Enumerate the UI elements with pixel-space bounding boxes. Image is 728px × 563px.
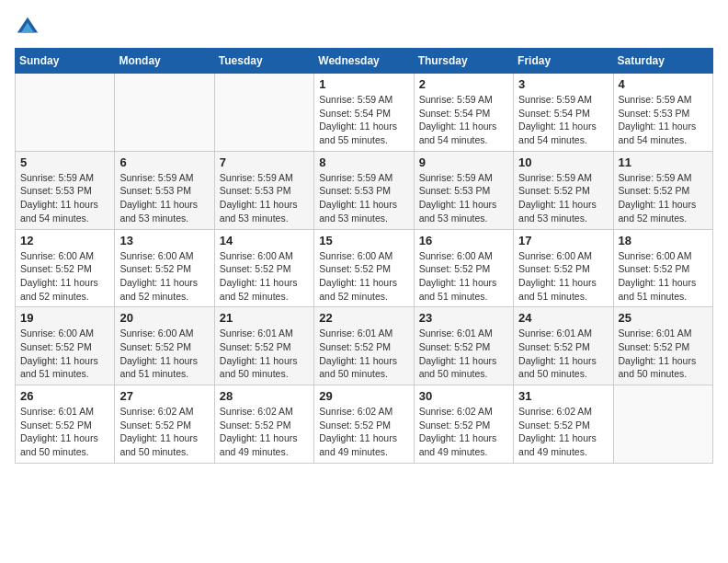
day-number: 30 xyxy=(419,389,508,403)
day-number: 14 xyxy=(220,234,309,247)
day-number: 19 xyxy=(20,311,109,325)
calendar-cell: 31Sunrise: 6:02 AM Sunset: 5:52 PM Dayli… xyxy=(514,385,613,464)
calendar-cell: 29Sunrise: 6:02 AM Sunset: 5:52 PM Dayli… xyxy=(314,385,414,464)
day-number: 22 xyxy=(319,311,408,325)
day-number: 31 xyxy=(518,389,608,403)
weekday-header-monday: Monday xyxy=(115,49,214,74)
day-number: 9 xyxy=(419,155,508,169)
day-number: 16 xyxy=(419,234,508,247)
calendar-cell: 25Sunrise: 6:01 AM Sunset: 5:52 PM Dayli… xyxy=(613,307,712,385)
calendar: SundayMondayTuesdayWednesdayThursdayFrid… xyxy=(15,48,713,464)
calendar-cell: 13Sunrise: 6:00 AM Sunset: 5:52 PM Dayli… xyxy=(115,229,214,307)
day-info: Sunrise: 6:00 AM Sunset: 5:52 PM Dayligh… xyxy=(220,249,309,304)
calendar-cell: 18Sunrise: 6:00 AM Sunset: 5:52 PM Dayli… xyxy=(613,229,712,307)
calendar-cell: 23Sunrise: 6:01 AM Sunset: 5:52 PM Dayli… xyxy=(414,307,513,385)
day-info: Sunrise: 6:01 AM Sunset: 5:52 PM Dayligh… xyxy=(319,327,408,381)
calendar-cell: 24Sunrise: 6:01 AM Sunset: 5:52 PM Dayli… xyxy=(514,307,613,385)
calendar-week-row: 26Sunrise: 6:01 AM Sunset: 5:52 PM Dayli… xyxy=(16,385,713,464)
day-info: Sunrise: 5:59 AM Sunset: 5:53 PM Dayligh… xyxy=(119,171,209,225)
weekday-header-row: SundayMondayTuesdayWednesdayThursdayFrid… xyxy=(16,49,713,74)
logo xyxy=(15,15,44,40)
calendar-week-row: 12Sunrise: 6:00 AM Sunset: 5:52 PM Dayli… xyxy=(16,229,713,307)
day-number: 21 xyxy=(220,311,309,325)
logo-icon xyxy=(15,15,40,40)
calendar-cell: 11Sunrise: 5:59 AM Sunset: 5:52 PM Dayli… xyxy=(613,151,712,229)
calendar-cell: 10Sunrise: 5:59 AM Sunset: 5:52 PM Dayli… xyxy=(514,151,613,229)
calendar-cell: 28Sunrise: 6:02 AM Sunset: 5:52 PM Dayli… xyxy=(214,385,313,464)
day-number: 3 xyxy=(518,77,608,91)
day-number: 8 xyxy=(319,155,408,169)
day-info: Sunrise: 6:02 AM Sunset: 5:52 PM Dayligh… xyxy=(119,405,209,459)
day-info: Sunrise: 6:02 AM Sunset: 5:52 PM Dayligh… xyxy=(220,405,309,459)
day-info: Sunrise: 5:59 AM Sunset: 5:52 PM Dayligh… xyxy=(518,171,608,225)
day-number: 28 xyxy=(220,389,309,403)
day-info: Sunrise: 5:59 AM Sunset: 5:54 PM Dayligh… xyxy=(518,93,608,147)
weekday-header-sunday: Sunday xyxy=(16,49,115,74)
weekday-header-friday: Friday xyxy=(514,49,613,74)
day-number: 2 xyxy=(419,77,508,91)
calendar-cell: 12Sunrise: 6:00 AM Sunset: 5:52 PM Dayli… xyxy=(16,229,115,307)
day-number: 20 xyxy=(119,311,209,325)
day-info: Sunrise: 6:00 AM Sunset: 5:52 PM Dayligh… xyxy=(619,249,708,304)
calendar-week-row: 19Sunrise: 6:00 AM Sunset: 5:52 PM Dayli… xyxy=(16,307,713,385)
day-number: 5 xyxy=(20,155,109,169)
day-info: Sunrise: 5:59 AM Sunset: 5:54 PM Dayligh… xyxy=(419,93,508,147)
calendar-cell: 3Sunrise: 5:59 AM Sunset: 5:54 PM Daylig… xyxy=(514,74,613,152)
day-info: Sunrise: 5:59 AM Sunset: 5:53 PM Dayligh… xyxy=(220,171,309,225)
calendar-cell xyxy=(613,385,712,464)
day-info: Sunrise: 6:02 AM Sunset: 5:52 PM Dayligh… xyxy=(319,405,408,459)
calendar-cell: 6Sunrise: 5:59 AM Sunset: 5:53 PM Daylig… xyxy=(115,151,214,229)
day-info: Sunrise: 6:00 AM Sunset: 5:52 PM Dayligh… xyxy=(419,249,508,304)
day-number: 23 xyxy=(419,311,508,325)
day-info: Sunrise: 5:59 AM Sunset: 5:53 PM Dayligh… xyxy=(619,93,708,147)
day-info: Sunrise: 6:01 AM Sunset: 5:52 PM Dayligh… xyxy=(220,327,309,381)
weekday-header-tuesday: Tuesday xyxy=(214,49,313,74)
weekday-header-wednesday: Wednesday xyxy=(314,49,414,74)
day-number: 25 xyxy=(619,311,708,325)
day-number: 4 xyxy=(619,77,708,91)
calendar-cell: 27Sunrise: 6:02 AM Sunset: 5:52 PM Dayli… xyxy=(115,385,214,464)
calendar-cell: 15Sunrise: 6:00 AM Sunset: 5:52 PM Dayli… xyxy=(314,229,414,307)
day-number: 26 xyxy=(20,389,109,403)
day-info: Sunrise: 6:00 AM Sunset: 5:52 PM Dayligh… xyxy=(119,249,209,304)
calendar-cell: 2Sunrise: 5:59 AM Sunset: 5:54 PM Daylig… xyxy=(414,74,513,152)
calendar-cell xyxy=(214,74,313,152)
calendar-cell xyxy=(115,74,214,152)
day-info: Sunrise: 6:02 AM Sunset: 5:52 PM Dayligh… xyxy=(518,405,608,459)
calendar-cell: 21Sunrise: 6:01 AM Sunset: 5:52 PM Dayli… xyxy=(214,307,313,385)
calendar-cell: 22Sunrise: 6:01 AM Sunset: 5:52 PM Dayli… xyxy=(314,307,414,385)
calendar-cell: 1Sunrise: 5:59 AM Sunset: 5:54 PM Daylig… xyxy=(314,74,414,152)
day-info: Sunrise: 6:01 AM Sunset: 5:52 PM Dayligh… xyxy=(419,327,508,381)
page-header xyxy=(15,15,713,40)
day-number: 1 xyxy=(319,77,408,91)
day-info: Sunrise: 6:01 AM Sunset: 5:52 PM Dayligh… xyxy=(20,405,109,459)
calendar-cell: 17Sunrise: 6:00 AM Sunset: 5:52 PM Dayli… xyxy=(514,229,613,307)
weekday-header-saturday: Saturday xyxy=(613,49,712,74)
day-info: Sunrise: 6:00 AM Sunset: 5:52 PM Dayligh… xyxy=(119,327,209,381)
calendar-week-row: 5Sunrise: 5:59 AM Sunset: 5:53 PM Daylig… xyxy=(16,151,713,229)
calendar-cell: 5Sunrise: 5:59 AM Sunset: 5:53 PM Daylig… xyxy=(16,151,115,229)
day-info: Sunrise: 5:59 AM Sunset: 5:52 PM Dayligh… xyxy=(619,171,708,225)
calendar-cell: 4Sunrise: 5:59 AM Sunset: 5:53 PM Daylig… xyxy=(613,74,712,152)
day-info: Sunrise: 5:59 AM Sunset: 5:53 PM Dayligh… xyxy=(319,171,408,225)
calendar-cell xyxy=(16,74,115,152)
day-number: 17 xyxy=(518,234,608,247)
day-info: Sunrise: 5:59 AM Sunset: 5:54 PM Dayligh… xyxy=(319,93,408,147)
day-number: 13 xyxy=(119,234,209,247)
calendar-week-row: 1Sunrise: 5:59 AM Sunset: 5:54 PM Daylig… xyxy=(16,74,713,152)
day-number: 15 xyxy=(319,234,408,247)
day-info: Sunrise: 6:00 AM Sunset: 5:52 PM Dayligh… xyxy=(319,249,408,304)
calendar-cell: 20Sunrise: 6:00 AM Sunset: 5:52 PM Dayli… xyxy=(115,307,214,385)
day-info: Sunrise: 6:01 AM Sunset: 5:52 PM Dayligh… xyxy=(518,327,608,381)
day-number: 29 xyxy=(319,389,408,403)
calendar-cell: 16Sunrise: 6:00 AM Sunset: 5:52 PM Dayli… xyxy=(414,229,513,307)
day-number: 11 xyxy=(619,155,708,169)
day-info: Sunrise: 6:00 AM Sunset: 5:52 PM Dayligh… xyxy=(20,327,109,381)
calendar-cell: 14Sunrise: 6:00 AM Sunset: 5:52 PM Dayli… xyxy=(214,229,313,307)
day-info: Sunrise: 6:00 AM Sunset: 5:52 PM Dayligh… xyxy=(518,249,608,304)
day-number: 24 xyxy=(518,311,608,325)
day-info: Sunrise: 5:59 AM Sunset: 5:53 PM Dayligh… xyxy=(20,171,109,225)
calendar-cell: 7Sunrise: 5:59 AM Sunset: 5:53 PM Daylig… xyxy=(214,151,313,229)
day-number: 6 xyxy=(119,155,209,169)
day-number: 10 xyxy=(518,155,608,169)
